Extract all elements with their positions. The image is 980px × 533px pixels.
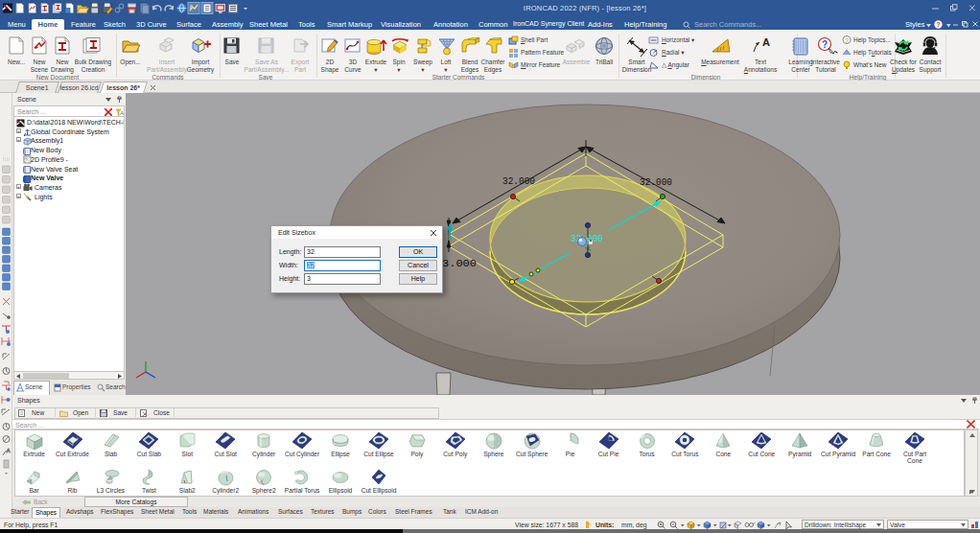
svg-text:A: A	[120, 110, 124, 116]
svg-text:32.000: 32.000	[571, 233, 603, 244]
svg-text:?: ?	[845, 37, 849, 44]
svg-text:3.000: 3.000	[442, 258, 477, 269]
svg-text:32.000: 32.000	[502, 175, 535, 187]
svg-text:A: A	[762, 36, 770, 48]
svg-text:A: A	[7, 448, 11, 453]
svg-text:?: ?	[937, 21, 941, 28]
svg-text:?: ?	[822, 39, 828, 50]
svg-text:32.000: 32.000	[640, 176, 672, 188]
